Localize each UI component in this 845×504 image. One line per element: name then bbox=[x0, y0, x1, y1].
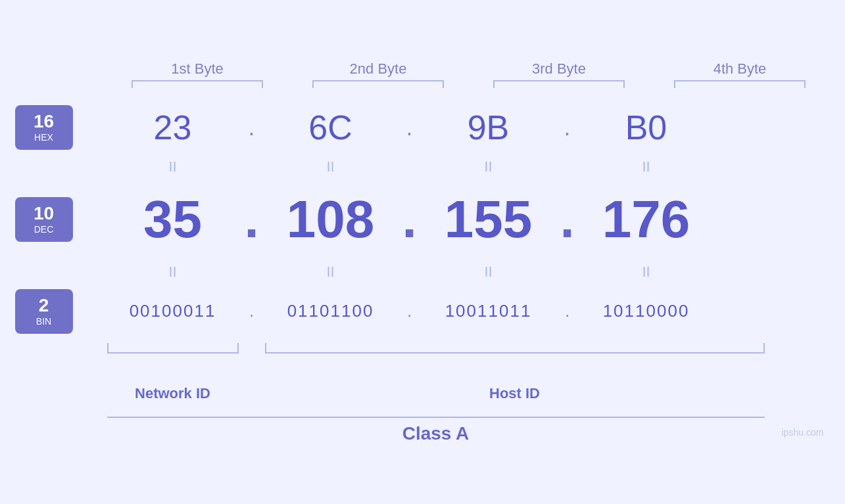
eq-7: II bbox=[423, 263, 554, 281]
bin-base-num: 2 bbox=[39, 296, 49, 316]
top-brackets bbox=[107, 80, 831, 88]
eq-6: II bbox=[265, 263, 397, 281]
eq-4: II bbox=[581, 158, 712, 175]
hex-row: 16 HEX 23 . 6C . 9B . B0 bbox=[15, 101, 831, 154]
watermark: ipshu.com bbox=[782, 427, 824, 438]
bin-badge: 2 BIN bbox=[15, 289, 73, 334]
byte-header-1: 1st Byte bbox=[132, 60, 263, 78]
dec-values: 35 . 108 . 155 . 176 bbox=[107, 189, 831, 250]
dec-dot-3: . bbox=[554, 189, 581, 250]
class-row: Class A bbox=[107, 417, 831, 444]
hex-val-1: 23 bbox=[107, 108, 239, 147]
byte-headers: 1st Byte 2nd Byte 3rd Byte 4th Byte bbox=[107, 60, 831, 78]
dec-val-1: 35 bbox=[107, 189, 239, 250]
host-id-label: Host ID bbox=[265, 385, 765, 402]
bin-dot-2: . bbox=[397, 301, 423, 321]
equals-row-1: II II II II bbox=[107, 154, 831, 180]
dec-val-3: 155 bbox=[423, 189, 554, 250]
hex-val-4: B0 bbox=[581, 108, 712, 147]
bracket-1 bbox=[132, 80, 263, 88]
host-bracket bbox=[265, 343, 765, 354]
bracket-2 bbox=[312, 80, 444, 88]
eq-1: II bbox=[107, 158, 239, 175]
byte-header-3: 3rd Byte bbox=[493, 60, 625, 78]
dec-val-4: 176 bbox=[581, 189, 712, 250]
hex-val-2: 6C bbox=[265, 108, 397, 147]
dec-badge: 10 DEC bbox=[15, 197, 73, 242]
eq-2: II bbox=[265, 158, 397, 175]
bin-row: 2 BIN 00100011 . 01101100 . 10011011 . 1… bbox=[15, 285, 831, 338]
bracket-4 bbox=[674, 80, 806, 88]
bin-dot-1: . bbox=[239, 301, 265, 321]
bin-dot-3: . bbox=[554, 301, 581, 321]
bin-val-4: 10110000 bbox=[581, 301, 712, 321]
dec-dot-1: . bbox=[239, 189, 265, 250]
bottom-labels: Network ID Host ID bbox=[107, 385, 831, 411]
byte-header-4: 4th Byte bbox=[674, 60, 806, 78]
eq-3: II bbox=[423, 158, 554, 175]
bottom-brackets bbox=[107, 343, 831, 382]
byte-header-2: 2nd Byte bbox=[312, 60, 444, 78]
hex-values: 23 . 6C . 9B . B0 bbox=[107, 108, 831, 147]
bin-val-2: 01101100 bbox=[265, 301, 397, 321]
hex-dot-3: . bbox=[554, 114, 581, 141]
hex-base-name: HEX bbox=[34, 132, 53, 143]
dec-base-name: DEC bbox=[34, 224, 54, 235]
class-label: Class A bbox=[107, 423, 765, 444]
hex-base-num: 16 bbox=[34, 112, 54, 132]
hex-dot-1: . bbox=[239, 114, 265, 141]
network-id-label: Network ID bbox=[107, 385, 239, 402]
hex-badge: 16 HEX bbox=[15, 105, 73, 150]
eq-8: II bbox=[581, 263, 712, 281]
hex-val-3: 9B bbox=[423, 108, 554, 147]
bin-val-3: 10011011 bbox=[423, 301, 554, 321]
dec-row: 10 DEC 35 . 108 . 155 . 176 bbox=[15, 180, 831, 259]
equals-row-2: II II II II bbox=[107, 259, 831, 285]
dec-val-2: 108 bbox=[265, 189, 397, 250]
eq-5: II bbox=[107, 263, 239, 281]
bin-values: 00100011 . 01101100 . 10011011 . 1011000… bbox=[107, 301, 831, 321]
hex-dot-2: . bbox=[397, 114, 423, 141]
dec-base-num: 10 bbox=[34, 204, 54, 224]
bin-val-1: 00100011 bbox=[107, 301, 239, 321]
bin-base-name: BIN bbox=[36, 316, 51, 327]
dec-dot-2: . bbox=[397, 189, 423, 250]
bracket-3 bbox=[493, 80, 625, 88]
class-bracket-line bbox=[107, 417, 765, 418]
network-bracket bbox=[107, 343, 239, 354]
